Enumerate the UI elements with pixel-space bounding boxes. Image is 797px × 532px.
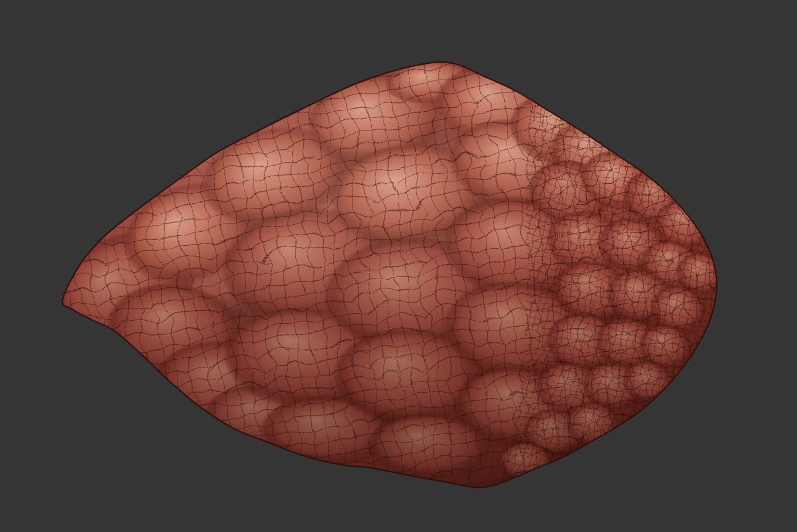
sculpt-viewport[interactable]	[0, 0, 797, 532]
viewport-canvas[interactable]	[0, 0, 797, 532]
